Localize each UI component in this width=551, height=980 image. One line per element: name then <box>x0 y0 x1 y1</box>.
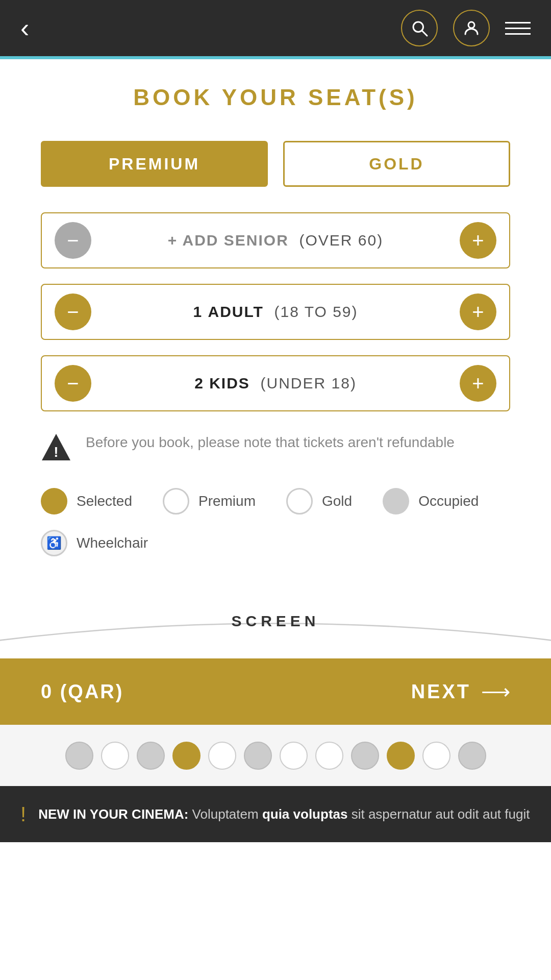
legend-dot-gold <box>286 488 313 514</box>
legend-dot-selected <box>41 488 67 514</box>
legend-gold: Gold <box>286 488 352 514</box>
next-label: NEXT <box>411 681 471 703</box>
kids-minus-button[interactable]: − <box>55 365 91 402</box>
kids-ticket-row: − 2 KIDS (UNDER 18) + <box>41 355 510 411</box>
tab-premium[interactable]: PREMIUM <box>41 141 268 187</box>
legend-selected: Selected <box>41 488 132 514</box>
senior-ticket-row: − + ADD SENIOR (OVER 60) + <box>41 212 510 268</box>
legend-label-selected: Selected <box>77 493 132 509</box>
search-icon <box>410 19 429 37</box>
legend-dot-premium <box>163 488 189 514</box>
senior-minus-button[interactable]: − <box>55 222 91 259</box>
adult-ticket-row: − 1 ADULT (18 TO 59) + <box>41 284 510 340</box>
screen-label: SCREEN <box>0 612 551 630</box>
notification-suffix: sit aspernatur aut odit aut fugit <box>352 806 530 822</box>
next-button[interactable]: NEXT ⟶ <box>411 680 510 703</box>
price-display: 0 (QAR) <box>41 681 123 703</box>
seat-item[interactable] <box>351 742 379 770</box>
legend-dot-occupied <box>383 488 409 514</box>
warning-icon: ! <box>41 432 71 462</box>
profile-button[interactable] <box>453 10 490 46</box>
legend-dot-wheelchair: ♿ <box>41 530 67 556</box>
search-button[interactable] <box>401 10 438 46</box>
legend-label-gold: Gold <box>322 493 352 509</box>
svg-text:!: ! <box>54 444 58 460</box>
next-arrow-icon: ⟶ <box>481 680 510 703</box>
seat-item[interactable] <box>458 742 486 770</box>
seat-item[interactable] <box>172 742 201 770</box>
menu-button[interactable] <box>505 22 531 35</box>
notification-prefix: NEW IN YOUR CINEMA: <box>38 806 188 822</box>
legend-label-premium: Premium <box>198 493 256 509</box>
legend-label-wheelchair: Wheelchair <box>77 535 148 551</box>
svg-point-2 <box>468 22 474 28</box>
seat-item[interactable] <box>208 742 236 770</box>
legend-wheelchair: ♿ Wheelchair <box>41 530 148 556</box>
seat-legend: Selected Premium Gold Occupied ♿ Wheelch… <box>41 488 510 556</box>
kids-ticket-label: 2 KIDS (UNDER 18) <box>91 375 460 392</box>
back-button[interactable]: ‹ <box>20 15 29 41</box>
kids-plus-button[interactable]: + <box>460 365 496 402</box>
seat-item[interactable] <box>101 742 129 770</box>
adult-minus-button[interactable]: − <box>55 293 91 330</box>
svg-line-1 <box>422 31 427 36</box>
screen-area: SCREEN <box>0 587 551 658</box>
page-title: BOOK YOUR SEAT(S) <box>41 85 510 110</box>
adult-ticket-label: 1 ADULT (18 TO 59) <box>91 303 460 321</box>
notification-icon: ! <box>20 803 26 826</box>
seat-item[interactable] <box>387 742 415 770</box>
bottom-bar: 0 (QAR) NEXT ⟶ <box>0 658 551 725</box>
adult-plus-button[interactable]: + <box>460 293 496 330</box>
ticket-type-tabs: PREMIUM GOLD <box>41 141 510 187</box>
seat-item[interactable] <box>422 742 450 770</box>
notification-bold: quia voluptas <box>262 806 348 822</box>
warning-notice: ! Before you book, please note that tick… <box>41 432 510 462</box>
legend-occupied: Occupied <box>383 488 479 514</box>
legend-label-occupied: Occupied <box>418 493 479 509</box>
seat-item[interactable] <box>244 742 272 770</box>
seat-item[interactable] <box>137 742 165 770</box>
seat-item[interactable] <box>65 742 93 770</box>
seat-item[interactable] <box>280 742 308 770</box>
seat-grid <box>0 725 551 786</box>
main-content: BOOK YOUR SEAT(S) PREMIUM GOLD − + ADD S… <box>0 59 551 556</box>
warning-text: Before you book, please note that ticket… <box>86 432 455 453</box>
notification-body: Voluptatem <box>192 806 262 822</box>
legend-premium: Premium <box>163 488 256 514</box>
seat-item[interactable] <box>315 742 343 770</box>
tab-gold[interactable]: GOLD <box>283 141 510 187</box>
senior-plus-button[interactable]: + <box>460 222 496 259</box>
profile-icon <box>462 19 481 37</box>
header: ‹ <box>0 0 551 56</box>
notification-text: NEW IN YOUR CINEMA: Voluptatem quia volu… <box>38 804 530 824</box>
notification-bar: ! NEW IN YOUR CINEMA: Voluptatem quia vo… <box>0 786 551 842</box>
senior-ticket-label: + ADD SENIOR (OVER 60) <box>91 232 460 249</box>
